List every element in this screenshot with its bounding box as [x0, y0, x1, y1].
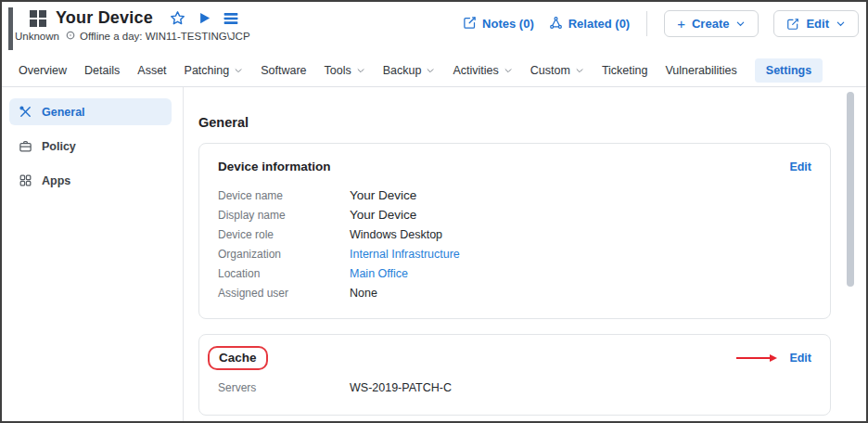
- windows-logo-icon: [30, 10, 46, 27]
- field-row-assigned-user: Assigned user None: [218, 283, 811, 302]
- display-name-value: Your Device: [350, 208, 416, 222]
- menu-list-icon[interactable]: [223, 12, 238, 25]
- header-divider: [646, 11, 647, 36]
- red-annotation-arrow: [736, 354, 777, 362]
- device-information-card: Device information Edit Device name Your…: [198, 143, 831, 319]
- device-status-line: Unknown Offline a day: WIN11-TESTING\JCP: [15, 31, 250, 42]
- sidebar-item-policy[interactable]: Policy: [9, 133, 172, 160]
- tab-details[interactable]: Details: [84, 64, 120, 77]
- device-role-value: Windows Desktop: [350, 228, 442, 241]
- tab-vulnerabilities[interactable]: Vulnerabilities: [665, 64, 736, 77]
- field-row-organization: Organization Internal Infrastructure: [218, 244, 811, 263]
- red-highlight-oval: Cache: [208, 346, 268, 370]
- section-heading: General: [198, 115, 866, 130]
- offline-status-icon: [66, 31, 75, 42]
- cache-servers-value: WS-2019-PATCH-C: [350, 381, 452, 394]
- chevron-down-icon: [234, 66, 243, 75]
- field-row-device-name: Device name Your Device: [218, 186, 811, 205]
- create-button[interactable]: + Create: [664, 10, 759, 37]
- header-left: Your Device Unknown: [2, 2, 250, 42]
- favorite-star-icon[interactable]: [170, 10, 185, 26]
- tab-settings[interactable]: Settings: [755, 58, 823, 83]
- related-link[interactable]: Related (0): [549, 16, 630, 32]
- card-title: Cache: [219, 351, 257, 365]
- tab-ticketing[interactable]: Ticketing: [602, 64, 648, 77]
- tab-tools[interactable]: Tools: [325, 64, 365, 77]
- tab-asset[interactable]: Asset: [137, 64, 166, 77]
- chevron-down-icon: [426, 66, 435, 75]
- tab-backup[interactable]: Backup: [383, 64, 436, 77]
- vertical-scrollbar[interactable]: [847, 92, 854, 287]
- cache-edit-link[interactable]: Edit: [789, 352, 811, 365]
- settings-sidebar: General Policy Apps: [2, 87, 184, 422]
- tab-overview[interactable]: Overview: [19, 64, 67, 77]
- device-name-value: Your Device: [350, 188, 416, 202]
- card-title: Device information: [218, 160, 331, 173]
- notes-link[interactable]: Notes (0): [463, 16, 534, 32]
- related-label: Related (0): [568, 17, 630, 31]
- organization-link[interactable]: Internal Infrastructure: [350, 248, 460, 261]
- left-accent-bar: [8, 7, 13, 50]
- device-tab-bar: Overview Details Asset Patching Software…: [2, 54, 866, 87]
- note-compose-icon: [463, 16, 477, 32]
- run-play-icon[interactable]: [198, 11, 211, 25]
- page-title: Your Device: [56, 8, 153, 28]
- device-page: Your Device Unknown: [0, 0, 868, 423]
- edit-button[interactable]: Edit: [773, 10, 859, 37]
- device-info-edit-link[interactable]: Edit: [789, 160, 811, 173]
- tab-activities[interactable]: Activities: [453, 64, 512, 77]
- tab-custom[interactable]: Custom: [530, 64, 584, 77]
- assigned-user-value: None: [350, 287, 377, 300]
- sidebar-item-label: General: [42, 106, 85, 119]
- device-state-text: Unknown: [15, 31, 59, 42]
- field-row-location: Location Main Office: [218, 263, 811, 283]
- tab-software[interactable]: Software: [261, 64, 306, 77]
- chevron-down-icon: [575, 66, 584, 75]
- briefcase-icon: [19, 139, 32, 153]
- apps-grid-icon: [19, 173, 32, 187]
- tools-icon: [19, 105, 32, 119]
- location-link[interactable]: Main Office: [350, 267, 408, 280]
- related-graph-icon: [549, 16, 563, 32]
- plus-icon: +: [677, 19, 685, 29]
- notes-label: Notes (0): [482, 17, 534, 31]
- offline-message: Offline a day: WIN11-TESTING\JCP: [80, 31, 250, 42]
- settings-body: General Policy Apps General Device infor: [2, 87, 866, 422]
- chevron-down-icon: [836, 19, 846, 29]
- cache-card: Cache Edit Servers WS-2019-PATCH-C: [198, 334, 831, 416]
- sidebar-item-label: Policy: [42, 140, 76, 153]
- tab-patching[interactable]: Patching: [185, 64, 244, 77]
- sidebar-item-general[interactable]: General: [9, 98, 172, 125]
- sidebar-item-label: Apps: [42, 174, 70, 187]
- edit-label: Edit: [806, 17, 829, 31]
- header-actions: Notes (0) Related (0) + Create Edit: [463, 2, 866, 37]
- page-header: Your Device Unknown: [2, 2, 866, 54]
- field-row-servers: Servers WS-2019-PATCH-C: [218, 378, 811, 397]
- field-row-device-role: Device role Windows Desktop: [218, 224, 811, 244]
- chevron-down-icon: [504, 66, 513, 75]
- field-row-display-name: Display name Your Device: [218, 205, 811, 224]
- sidebar-item-apps[interactable]: Apps: [9, 167, 172, 194]
- chevron-down-icon: [356, 66, 365, 75]
- create-label: Create: [692, 17, 729, 31]
- chevron-down-icon: [735, 19, 746, 29]
- edit-pencil-icon: [786, 18, 799, 31]
- general-section: General Device information Edit Device n…: [184, 87, 866, 422]
